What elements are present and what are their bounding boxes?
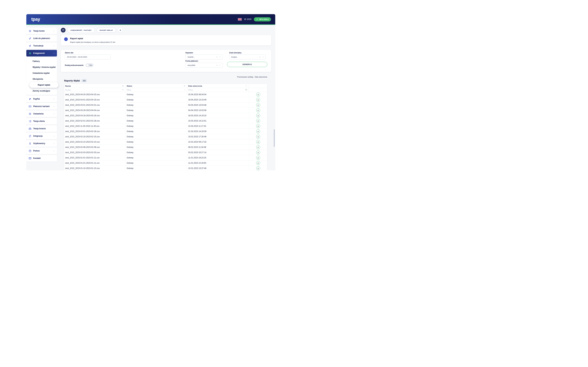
sort-icon[interactable] xyxy=(122,85,124,87)
download-button[interactable] xyxy=(256,150,260,154)
download-button[interactable] xyxy=(256,135,260,139)
sidebar-subitem-obciazenia[interactable]: Obciążenia xyxy=(26,76,57,82)
dashboard-button[interactable] xyxy=(61,28,65,33)
clear-icon[interactable] xyxy=(216,56,218,58)
reports-table: Nazwa Status Data utworzenia xyxy=(64,84,267,170)
sidebar-item-label: Transakcje xyxy=(33,45,43,47)
sidebar-item-uzytkownicy[interactable]: Użytkownicy xyxy=(26,140,57,147)
download-button[interactable] xyxy=(256,129,260,133)
table-title: Raporty Wpłat xyxy=(64,79,80,82)
table-row: zest_1010_2023-02-01-2023-02-28.csv Goto… xyxy=(64,118,267,124)
decimal-select[interactable]: kropka . xyxy=(229,55,266,59)
chevron-down-icon[interactable] xyxy=(262,56,264,58)
download-button[interactable] xyxy=(256,156,260,160)
tab-raport-wplat[interactable]: RAPORT WPŁAT xyxy=(97,28,116,33)
sidebar-subitem-raport-wplat[interactable]: Raport wpłat xyxy=(29,82,58,88)
report-name: zest_1010_2023-02-10-2023-02-10.csv xyxy=(64,139,126,145)
report-actions-cell xyxy=(249,113,267,118)
sidebar-item-integracja[interactable]: Integracja xyxy=(26,133,57,139)
download-button[interactable] xyxy=(256,114,260,117)
payment-label: Forma płatności xyxy=(185,60,223,62)
sidebar-subitem-ustawienia-wyplat[interactable]: Ustawienia wypłat xyxy=(26,70,57,76)
page-subtitle: Raport wpłat jest dostępny za okres maks… xyxy=(70,41,115,43)
download-button[interactable] xyxy=(256,145,260,149)
sort-icon[interactable] xyxy=(184,85,185,87)
sidebar-subitem-label: Wypłaty i historia wypłat xyxy=(32,66,56,68)
download-button[interactable] xyxy=(256,166,260,170)
column-header-nazwa[interactable]: Nazwa xyxy=(64,84,126,88)
close-tab-button[interactable] xyxy=(118,28,122,33)
summary-toggle[interactable]: Nie xyxy=(86,63,93,67)
report-created: 10.02.2023 09:17:33 xyxy=(187,139,249,145)
chevron-right-icon xyxy=(53,135,55,137)
download-button[interactable] xyxy=(256,103,260,107)
toggle-knob xyxy=(86,64,89,67)
navbar-right: ID 1010 WYLOGUJ xyxy=(238,17,271,21)
sidebar-item-platnosci-kartami[interactable]: Płatności kartami xyxy=(26,103,57,110)
separator-select[interactable]: średnik ; xyxy=(185,55,223,59)
status-filter-input[interactable] xyxy=(127,89,184,91)
sidebar-item-kontakt[interactable]: Kontakt xyxy=(26,155,57,161)
download-button[interactable] xyxy=(256,124,260,128)
sidebar-item-linki-do-platnosci[interactable]: Linki do płatności xyxy=(26,35,57,42)
sidebar-subitem-wyplaty-i-historia-wyplat[interactable]: Wypłaty i historia wypłat xyxy=(26,64,57,70)
report-created: 04.04.2023 13:03:48 xyxy=(187,102,249,108)
table-row: zest_1010_2022-11-30-2022-11-30.csv Goto… xyxy=(64,124,267,129)
table-body: zest_1010_2023-04-20-2023-04-20.csv Goto… xyxy=(64,92,267,170)
sidebar-subitem-faktury[interactable]: Faktury xyxy=(26,58,57,64)
separator-value: średnik ; xyxy=(188,56,216,58)
link-icon xyxy=(29,37,32,40)
report-created: 03.02.2023 15:27:14 xyxy=(187,150,249,155)
download-icon xyxy=(257,136,259,138)
uk-flag-icon[interactable] xyxy=(238,18,242,21)
download-button[interactable] xyxy=(256,140,260,144)
chevron-down-icon[interactable] xyxy=(219,64,221,66)
table-row: zest_1010_2023-03-16-2023-03-16.csv Goto… xyxy=(64,113,267,118)
column-header-data-utworzenia[interactable]: Data utworzenia xyxy=(187,84,249,88)
report-actions-cell xyxy=(249,160,267,166)
download-button[interactable] xyxy=(256,108,260,112)
logout-button[interactable]: WYLOGUJ xyxy=(254,17,271,21)
chevron-down-icon[interactable] xyxy=(219,56,221,58)
download-icon xyxy=(257,120,259,122)
chevron-right-icon xyxy=(53,45,55,47)
download-button[interactable] xyxy=(256,161,260,165)
generuj-button[interactable]: GENERUJ xyxy=(227,62,267,67)
actions-filter-cell xyxy=(249,88,267,92)
sidebar-item-twoje-konto[interactable]: Twoje konto xyxy=(26,28,57,34)
scrollbar-thumb[interactable] xyxy=(274,129,275,147)
download-button[interactable] xyxy=(256,92,260,97)
sidebar-item-ksiegowosc[interactable]: Księgowość xyxy=(26,50,57,57)
payment-select[interactable]: wszystkie xyxy=(185,63,223,68)
sidebar-subitem-zwroty-oczekujace[interactable]: Zwroty oczekujące xyxy=(26,88,57,94)
column-header-status[interactable]: Status xyxy=(126,84,187,88)
sidebar-item-transakcje[interactable]: Transakcje xyxy=(26,42,57,49)
chevron-down-icon[interactable] xyxy=(245,85,247,87)
report-name: zest_1010_2023-02-01-2023-02-28.csv xyxy=(64,118,126,124)
sidebar-item-ustawienia[interactable]: Ustawienia xyxy=(26,110,57,117)
date-range-input[interactable] xyxy=(65,55,111,59)
chevron-down-icon[interactable] xyxy=(184,89,185,91)
download-button[interactable] xyxy=(256,98,260,102)
download-button[interactable] xyxy=(256,119,260,123)
calendar-icon[interactable] xyxy=(245,89,247,91)
report-created: 06.02.2023 11:34:36 xyxy=(187,145,249,150)
clear-icon[interactable] xyxy=(259,56,261,58)
sidebar-item-twoja-branza[interactable]: Twoja branża xyxy=(26,125,57,132)
sidebar-item-paypal[interactable]: P PayPal xyxy=(26,96,57,102)
sidebar-item-twoja-oferta[interactable]: Twoja oferta xyxy=(26,118,57,125)
report-status: Gotowy xyxy=(126,160,187,166)
report-name: zest_1010_2023-02-01-2023-02-28.csv xyxy=(64,129,126,134)
app-body: Twoje konto Linki do płatności Transakcj… xyxy=(26,25,275,170)
report-actions-cell xyxy=(249,150,267,155)
download-icon xyxy=(257,93,259,95)
page-title: Raport wpłat xyxy=(70,37,115,40)
date-filter-input[interactable] xyxy=(188,89,245,91)
clear-icon[interactable] xyxy=(216,65,218,66)
report-actions-cell xyxy=(249,118,267,124)
decimal-group: Znak dziesiętny kropka . xyxy=(229,52,266,59)
tab-ksiegowosc-faktury[interactable]: KSIĘGOWOŚĆ - FAKTURY xyxy=(68,28,94,33)
report-created: 01.03.2023 14:25:09 xyxy=(187,129,249,134)
search-input[interactable] xyxy=(65,89,122,91)
sidebar-item-pomoc[interactable]: Pomoc xyxy=(26,148,57,154)
